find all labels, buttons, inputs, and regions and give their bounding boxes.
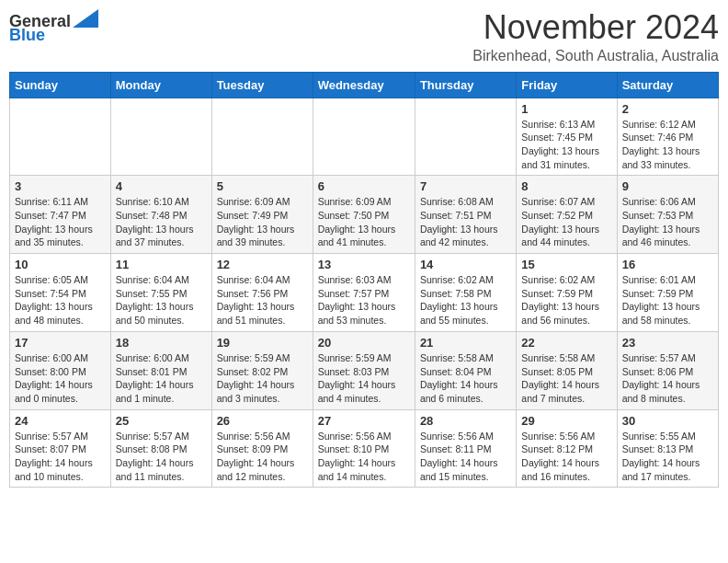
svg-marker-0	[73, 9, 98, 28]
day-number: 8	[521, 179, 611, 193]
month-title: November 2024	[472, 9, 719, 46]
weekday-header-tuesday: Tuesday	[211, 72, 313, 98]
day-number: 3	[15, 179, 106, 193]
calendar-cell: 8Sunrise: 6:07 AMSunset: 7:52 PMDaylight…	[517, 176, 617, 254]
day-number: 15	[521, 258, 611, 271]
calendar-cell: 2Sunrise: 6:12 AMSunset: 7:46 PMDaylight…	[617, 98, 718, 176]
day-number: 14	[420, 258, 511, 271]
calendar-week-5: 24Sunrise: 5:57 AMSunset: 8:07 PMDayligh…	[10, 409, 719, 488]
day-info: Sunrise: 6:06 AMSunset: 7:53 PMDaylight:…	[622, 195, 713, 249]
logo: General Blue	[9, 9, 98, 45]
day-number: 20	[318, 336, 410, 350]
calendar-cell: 10Sunrise: 6:05 AMSunset: 7:54 PMDayligh…	[10, 254, 111, 332]
day-info: Sunrise: 6:00 AMSunset: 8:00 PMDaylight:…	[15, 351, 106, 406]
day-number: 16	[622, 258, 713, 271]
day-info: Sunrise: 6:04 AMSunset: 7:55 PMDaylight:…	[116, 273, 207, 327]
day-number: 10	[15, 258, 106, 271]
calendar-header-row: SundayMondayTuesdayWednesdayThursdayFrid…	[10, 72, 719, 98]
calendar-week-1: 1Sunrise: 6:13 AMSunset: 7:45 PMDaylight…	[10, 98, 719, 176]
day-info: Sunrise: 6:05 AMSunset: 7:54 PMDaylight:…	[15, 273, 106, 327]
calendar-cell: 21Sunrise: 5:58 AMSunset: 8:04 PMDayligh…	[415, 331, 516, 409]
title-section: November 2024 Birkenhead, South Australi…	[472, 9, 719, 64]
calendar-cell: 20Sunrise: 5:59 AMSunset: 8:03 PMDayligh…	[313, 331, 415, 409]
calendar-cell: 1Sunrise: 6:13 AMSunset: 7:45 PMDaylight…	[517, 98, 617, 176]
day-info: Sunrise: 5:59 AMSunset: 8:03 PMDaylight:…	[318, 351, 410, 406]
calendar-cell: 29Sunrise: 5:56 AMSunset: 8:12 PMDayligh…	[517, 409, 617, 488]
calendar-cell	[415, 98, 516, 176]
day-info: Sunrise: 5:58 AMSunset: 8:05 PMDaylight:…	[521, 351, 611, 406]
location-title: Birkenhead, South Australia, Australia	[472, 48, 719, 64]
calendar-cell: 22Sunrise: 5:58 AMSunset: 8:05 PMDayligh…	[517, 331, 617, 409]
day-info: Sunrise: 6:04 AMSunset: 7:56 PMDaylight:…	[217, 273, 308, 327]
calendar-cell: 30Sunrise: 5:55 AMSunset: 8:13 PMDayligh…	[617, 409, 718, 488]
calendar-week-4: 17Sunrise: 6:00 AMSunset: 8:00 PMDayligh…	[10, 331, 719, 409]
day-number: 22	[521, 336, 611, 350]
day-number: 7	[420, 179, 511, 193]
calendar-cell: 16Sunrise: 6:01 AMSunset: 7:59 PMDayligh…	[617, 254, 718, 332]
calendar-cell: 27Sunrise: 5:56 AMSunset: 8:10 PMDayligh…	[313, 409, 415, 488]
calendar-cell: 12Sunrise: 6:04 AMSunset: 7:56 PMDayligh…	[211, 254, 313, 332]
calendar-cell: 14Sunrise: 6:02 AMSunset: 7:58 PMDayligh…	[415, 254, 516, 332]
logo-icon	[73, 9, 98, 28]
day-number: 4	[116, 179, 207, 193]
weekday-header-monday: Monday	[110, 72, 211, 98]
page-header: General Blue November 2024 Birkenhead, S…	[9, 9, 719, 64]
weekday-header-wednesday: Wednesday	[313, 72, 415, 98]
logo-blue-text: Blue	[9, 26, 45, 44]
calendar-cell: 9Sunrise: 6:06 AMSunset: 7:53 PMDaylight…	[617, 176, 718, 254]
day-info: Sunrise: 5:56 AMSunset: 8:12 PMDaylight:…	[521, 430, 611, 484]
calendar-week-2: 3Sunrise: 6:11 AMSunset: 7:47 PMDaylight…	[10, 176, 719, 254]
calendar-cell: 19Sunrise: 5:59 AMSunset: 8:02 PMDayligh…	[211, 331, 313, 409]
day-info: Sunrise: 6:12 AMSunset: 7:46 PMDaylight:…	[622, 118, 713, 172]
calendar-cell: 28Sunrise: 5:56 AMSunset: 8:11 PMDayligh…	[415, 409, 516, 488]
day-number: 19	[217, 336, 308, 350]
calendar-cell: 18Sunrise: 6:00 AMSunset: 8:01 PMDayligh…	[110, 331, 211, 409]
day-number: 13	[318, 258, 410, 271]
calendar-cell: 11Sunrise: 6:04 AMSunset: 7:55 PMDayligh…	[110, 254, 211, 332]
calendar-cell: 23Sunrise: 5:57 AMSunset: 8:06 PMDayligh…	[617, 331, 718, 409]
day-number: 27	[318, 414, 410, 428]
calendar-week-3: 10Sunrise: 6:05 AMSunset: 7:54 PMDayligh…	[10, 254, 719, 332]
calendar-cell: 7Sunrise: 6:08 AMSunset: 7:51 PMDaylight…	[415, 176, 516, 254]
calendar-cell: 4Sunrise: 6:10 AMSunset: 7:48 PMDaylight…	[110, 176, 211, 254]
weekday-header-thursday: Thursday	[415, 72, 516, 98]
day-number: 12	[217, 258, 308, 271]
day-info: Sunrise: 5:55 AMSunset: 8:13 PMDaylight:…	[622, 430, 713, 484]
day-info: Sunrise: 6:10 AMSunset: 7:48 PMDaylight:…	[116, 195, 207, 249]
day-number: 24	[15, 414, 106, 428]
day-info: Sunrise: 6:02 AMSunset: 7:59 PMDaylight:…	[521, 273, 611, 327]
calendar-cell	[313, 98, 415, 176]
weekday-header-friday: Friday	[517, 72, 617, 98]
calendar-cell	[10, 98, 111, 176]
calendar-cell: 6Sunrise: 6:09 AMSunset: 7:50 PMDaylight…	[313, 176, 415, 254]
day-info: Sunrise: 5:57 AMSunset: 8:08 PMDaylight:…	[116, 430, 207, 484]
calendar-cell: 17Sunrise: 6:00 AMSunset: 8:00 PMDayligh…	[10, 331, 111, 409]
calendar-cell: 26Sunrise: 5:56 AMSunset: 8:09 PMDayligh…	[211, 409, 313, 488]
calendar-cell: 13Sunrise: 6:03 AMSunset: 7:57 PMDayligh…	[313, 254, 415, 332]
day-info: Sunrise: 6:01 AMSunset: 7:59 PMDaylight:…	[622, 273, 713, 327]
day-number: 5	[217, 179, 308, 193]
day-number: 18	[116, 336, 207, 350]
day-number: 17	[15, 336, 106, 350]
calendar-cell	[110, 98, 211, 176]
day-info: Sunrise: 5:56 AMSunset: 8:10 PMDaylight:…	[318, 430, 410, 484]
day-info: Sunrise: 5:56 AMSunset: 8:09 PMDaylight:…	[217, 430, 308, 484]
calendar-cell	[211, 98, 313, 176]
calendar-table: SundayMondayTuesdayWednesdayThursdayFrid…	[9, 72, 719, 488]
day-info: Sunrise: 6:08 AMSunset: 7:51 PMDaylight:…	[420, 195, 511, 249]
day-info: Sunrise: 6:02 AMSunset: 7:58 PMDaylight:…	[420, 273, 511, 327]
day-number: 6	[318, 179, 410, 193]
day-number: 25	[116, 414, 207, 428]
day-number: 26	[217, 414, 308, 428]
day-info: Sunrise: 6:07 AMSunset: 7:52 PMDaylight:…	[521, 195, 611, 249]
weekday-header-saturday: Saturday	[617, 72, 718, 98]
calendar-cell: 15Sunrise: 6:02 AMSunset: 7:59 PMDayligh…	[517, 254, 617, 332]
day-info: Sunrise: 6:03 AMSunset: 7:57 PMDaylight:…	[318, 273, 410, 327]
day-number: 11	[116, 258, 207, 271]
day-info: Sunrise: 6:09 AMSunset: 7:49 PMDaylight:…	[217, 195, 308, 249]
calendar-cell: 3Sunrise: 6:11 AMSunset: 7:47 PMDaylight…	[10, 176, 111, 254]
day-number: 1	[521, 102, 611, 116]
calendar-cell: 5Sunrise: 6:09 AMSunset: 7:49 PMDaylight…	[211, 176, 313, 254]
day-info: Sunrise: 5:56 AMSunset: 8:11 PMDaylight:…	[420, 430, 511, 484]
day-number: 29	[521, 414, 611, 428]
